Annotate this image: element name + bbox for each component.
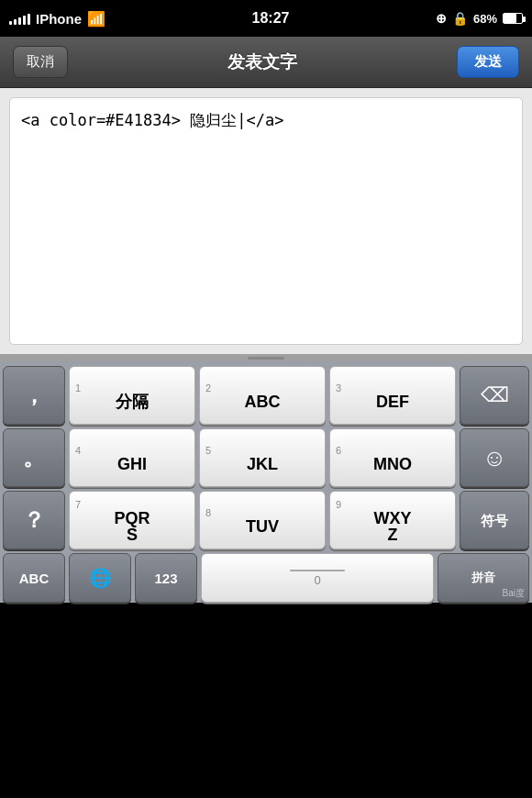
key-8-label: TUV — [246, 518, 279, 535]
key-9-label-bot: Z — [388, 526, 398, 543]
globe-icon: 🌐 — [89, 567, 112, 589]
abc-label: ABC — [19, 571, 50, 586]
key-1-fen[interactable]: 1 分隔 — [69, 366, 195, 425]
status-right: ⊕ 🔒 68% — [436, 11, 523, 26]
carrier-label: IPhone — [36, 11, 82, 27]
key-9-wxyz[interactable]: 9 WXY Z — [329, 491, 456, 549]
key-3-num: 3 — [336, 383, 341, 393]
signal-bar-3 — [18, 17, 21, 25]
signal-bar-4 — [23, 16, 26, 25]
key-comma[interactable]: ， — [3, 366, 65, 425]
keyboard-row-3: ？ 7 PQR S 8 TUV 9 WXY Z 符号 — [0, 491, 532, 549]
delete-icon: ⌫ — [481, 383, 509, 407]
num-label: 123 — [154, 571, 177, 586]
lock-icon: 🔒 — [452, 11, 468, 26]
key-7-label-top: PQR — [114, 510, 150, 526]
emoji-icon: ☺ — [482, 446, 507, 470]
nav-title: 发表文字 — [227, 50, 297, 74]
key-5-jkl[interactable]: 5 JKL — [199, 428, 326, 487]
key-3-def[interactable]: 3 DEF — [329, 366, 456, 425]
key-4-num: 4 — [75, 446, 81, 456]
globe-key[interactable]: 🌐 — [69, 553, 131, 603]
key-4-label: GHI — [117, 456, 147, 472]
cancel-button[interactable]: 取消 — [13, 46, 68, 78]
pinyin-key[interactable]: 拼音 Bai度 — [438, 553, 529, 603]
key-8-tuv[interactable]: 8 TUV — [199, 491, 326, 549]
text-area-container: <a color=#E41834> 隐归尘|</a> — [0, 88, 532, 354]
battery-percent: 68% — [473, 12, 497, 26]
send-button[interactable]: 发送 — [457, 46, 519, 78]
key-7-num: 7 — [75, 500, 81, 510]
keyboard-row-bottom: ABC 🌐 123 0 拼音 Bai度 — [0, 553, 532, 603]
num-key[interactable]: 123 — [135, 553, 197, 603]
key-3-label: DEF — [376, 393, 409, 410]
key-5-label: JKL — [247, 456, 278, 472]
nav-bar: 取消 发表文字 发送 — [0, 37, 532, 88]
key-5-num: 5 — [205, 446, 211, 456]
key-1-num: 1 — [75, 383, 81, 393]
keyboard-row-1: ， 1 分隔 2 ABC 3 DEF ⌫ — [0, 366, 532, 425]
delete-key[interactable]: ⌫ — [460, 366, 529, 425]
battery-icon — [503, 13, 523, 24]
text-input[interactable]: <a color=#E41834> 隐归尘|</a> — [9, 97, 523, 345]
gps-icon: ⊕ — [436, 11, 447, 26]
space-num: 0 — [314, 573, 320, 587]
dot-label: 。 — [23, 447, 45, 469]
emoji-key[interactable]: ☺ — [460, 428, 529, 487]
signal-bar-1 — [9, 21, 12, 25]
comma-label: ， — [23, 384, 45, 406]
keyboard: ， 1 分隔 2 ABC 3 DEF ⌫ 。 4 GHI 5 JKL — [0, 361, 532, 603]
baidu-watermark: Bai度 — [499, 585, 528, 602]
key-1-label: 分隔 — [116, 393, 149, 410]
question-label: ？ — [23, 509, 45, 531]
signal-bars — [9, 12, 30, 25]
keyboard-row-2: 。 4 GHI 5 JKL 6 MNO ☺ — [0, 428, 532, 487]
key-9-num: 9 — [336, 500, 341, 510]
key-dot[interactable]: 。 — [3, 428, 65, 487]
wifi-icon: 📶 — [87, 10, 105, 28]
keyboard-separator — [0, 354, 532, 361]
symbol-label: 符号 — [481, 514, 508, 527]
key-8-num: 8 — [205, 508, 211, 518]
status-bar: IPhone 📶 18:27 ⊕ 🔒 68% — [0, 0, 532, 37]
key-2-abc[interactable]: 2 ABC — [199, 366, 326, 425]
key-9-label-top: WXY — [373, 510, 411, 526]
key-2-num: 2 — [205, 383, 211, 393]
signal-bar-5 — [28, 14, 30, 25]
key-7-pqrs[interactable]: 7 PQR S — [69, 491, 195, 549]
space-bar-line — [290, 570, 345, 571]
key-6-label: MNO — [373, 456, 412, 472]
symbol-key[interactable]: 符号 — [460, 491, 529, 549]
key-question[interactable]: ？ — [3, 491, 65, 549]
key-4-ghi[interactable]: 4 GHI — [69, 428, 195, 487]
key-6-mno[interactable]: 6 MNO — [329, 428, 456, 487]
abc-key[interactable]: ABC — [3, 553, 65, 603]
status-left: IPhone 📶 — [9, 10, 105, 28]
key-7-label-bot: S — [127, 526, 138, 543]
signal-bar-2 — [14, 19, 17, 25]
status-time: 18:27 — [252, 10, 290, 27]
separator-line — [248, 357, 284, 360]
key-6-num: 6 — [336, 446, 341, 456]
pinyin-label: 拼音 — [471, 570, 495, 586]
battery-fill — [504, 14, 516, 23]
space-key[interactable]: 0 — [201, 553, 434, 603]
key-2-label: ABC — [245, 393, 281, 410]
